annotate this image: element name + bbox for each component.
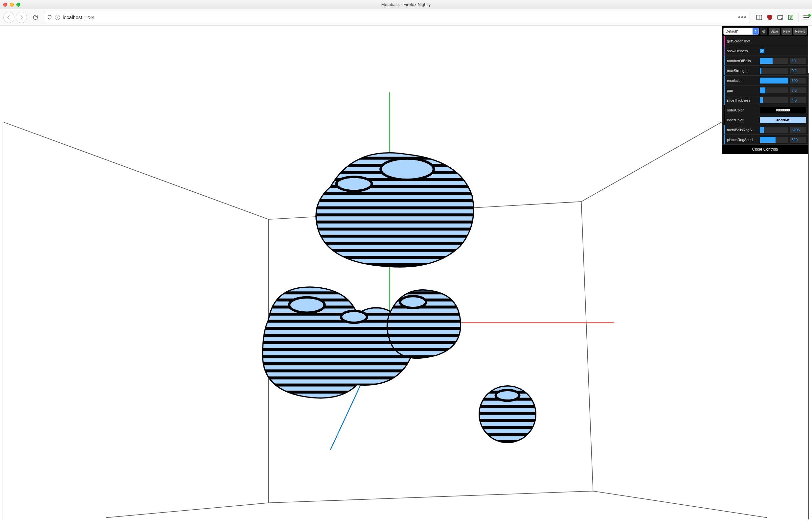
page-actions-button[interactable]: ••• bbox=[738, 13, 747, 21]
ublock-icon[interactable] bbox=[766, 14, 773, 21]
metaballs-group bbox=[262, 153, 536, 443]
preset-select[interactable]: Default* bbox=[723, 28, 759, 35]
value-input[interactable]: 10 bbox=[790, 58, 806, 64]
control-resolution[interactable]: resolution 300 bbox=[722, 75, 808, 85]
svg-point-3 bbox=[781, 18, 783, 19]
update-indicator-icon bbox=[808, 14, 811, 17]
value-input[interactable]: 5203 bbox=[790, 127, 806, 133]
tracking-protection-icon bbox=[47, 15, 52, 20]
datgui-panel: Default* ⚙ Save New Revert getScreenshot… bbox=[722, 26, 808, 154]
settings-button[interactable]: ⚙ bbox=[760, 28, 767, 35]
slider[interactable] bbox=[760, 97, 788, 103]
app-menu-button[interactable] bbox=[803, 15, 809, 19]
checkbox-checked-icon[interactable]: ✓ bbox=[760, 48, 764, 53]
reload-icon bbox=[32, 14, 39, 20]
value-input[interactable]: 529 bbox=[790, 137, 806, 143]
svg-point-19 bbox=[496, 390, 519, 401]
url-bar[interactable]: i localhost:1234 ••• bbox=[44, 12, 750, 23]
control-metaBallsRngSeed[interactable]: metaBallsRngS… 5203 bbox=[722, 125, 808, 135]
url-text: localhost:1234 bbox=[63, 14, 95, 20]
axes-helper bbox=[331, 93, 613, 450]
datgui-header: Default* ⚙ Save New Revert bbox=[722, 26, 808, 36]
value-input[interactable]: 0.2 bbox=[790, 68, 806, 74]
slider[interactable] bbox=[760, 58, 788, 64]
slider[interactable] bbox=[760, 68, 788, 74]
window-title: Metaballs - Firefox Nightly bbox=[0, 2, 812, 7]
control-maxStrength[interactable]: maxStrength 0.2 bbox=[722, 66, 808, 75]
arrow-left-icon bbox=[6, 15, 11, 20]
svg-point-17 bbox=[400, 296, 426, 308]
window-titlebar: Metaballs - Firefox Nightly bbox=[0, 0, 812, 9]
color-swatch[interactable]: #000000 bbox=[760, 107, 806, 113]
site-info-icon[interactable]: i bbox=[55, 15, 60, 20]
webgl-canvas[interactable] bbox=[0, 26, 812, 530]
slider[interactable] bbox=[760, 78, 788, 84]
extension-icon-1[interactable] bbox=[777, 14, 783, 21]
value-input[interactable]: 4.5 bbox=[790, 97, 806, 103]
back-button[interactable] bbox=[3, 12, 14, 23]
control-sliceThickness[interactable]: sliceThickness 4.5 bbox=[722, 95, 808, 105]
value-input[interactable]: 7.5 bbox=[790, 87, 806, 93]
close-controls-button[interactable]: Close Controls bbox=[722, 145, 808, 154]
reload-button[interactable] bbox=[30, 12, 41, 23]
reader-mode-icon[interactable] bbox=[756, 14, 763, 21]
color-swatch[interactable]: #add6ff bbox=[760, 117, 806, 123]
svg-point-14 bbox=[336, 177, 372, 191]
slider[interactable] bbox=[760, 137, 788, 143]
save-button[interactable]: Save bbox=[769, 28, 780, 35]
svg-rect-1 bbox=[759, 15, 759, 20]
control-planesRngSeed[interactable]: planesRngSeed 529 bbox=[722, 135, 808, 145]
svg-point-13 bbox=[381, 158, 434, 180]
svg-point-16 bbox=[341, 311, 367, 323]
arrow-right-icon bbox=[19, 15, 24, 20]
control-outerColor[interactable]: outerColor #000000 bbox=[722, 105, 808, 115]
control-getScreenshot[interactable]: getScreenshot bbox=[722, 36, 808, 46]
revert-button[interactable]: Revert bbox=[793, 28, 807, 35]
control-innerColor[interactable]: innerColor #add6ff bbox=[722, 115, 808, 125]
control-gap[interactable]: gap 7.5 bbox=[722, 85, 808, 95]
control-showHelpers[interactable]: showHelpers ✓ bbox=[722, 46, 808, 56]
browser-toolbar: i localhost:1234 ••• S bbox=[0, 9, 812, 26]
slider[interactable] bbox=[760, 127, 788, 133]
new-button[interactable]: New bbox=[781, 28, 792, 35]
extension-icon-2[interactable]: S bbox=[787, 14, 794, 21]
value-input[interactable]: 300 bbox=[790, 78, 806, 84]
gear-icon: ⚙ bbox=[762, 29, 766, 34]
svg-text:S: S bbox=[790, 16, 792, 19]
forward-button[interactable] bbox=[16, 12, 27, 23]
control-numberOfBalls[interactable]: numberOfBalls 10 bbox=[722, 56, 808, 66]
svg-point-15 bbox=[289, 297, 324, 313]
slider[interactable] bbox=[760, 87, 788, 93]
